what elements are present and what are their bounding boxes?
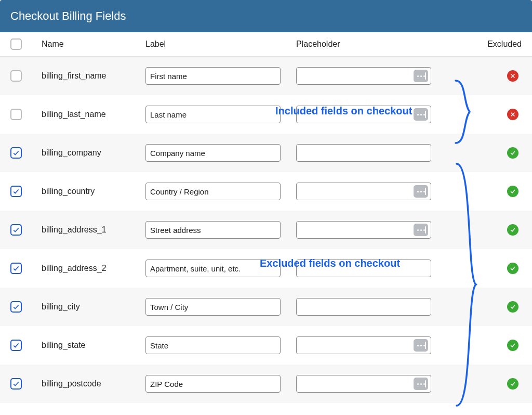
label-input[interactable] [145,298,281,316]
field-name: billing_first_name [42,71,145,81]
placeholder-cell [296,106,452,123]
label-input[interactable] [145,260,281,277]
label-cell [145,144,296,162]
table-body: billing_first_namebilling_last_namebilli… [0,57,532,403]
col-placeholder: Placeholder [296,40,452,49]
col-name: Name [42,40,145,49]
field-name: billing_last_name [42,110,145,119]
drag-handle-icon[interactable] [414,108,428,121]
drag-handle-icon[interactable] [414,339,428,352]
placeholder-cell [296,183,452,200]
excluded-cell [452,301,522,313]
row-checkbox-cell [10,147,42,159]
row-checkbox[interactable] [10,378,22,390]
label-cell [145,298,296,316]
table-header-row: Name Label Placeholder Excluded [0,32,532,57]
label-cell [145,221,296,239]
row-checkbox-cell [10,70,42,82]
col-label: Label [145,40,296,49]
placeholder-cell [296,144,452,162]
placeholder-cell [296,221,452,239]
label-cell [145,67,296,85]
col-checkbox [10,38,42,50]
excluded-cell [452,109,522,120]
row-checkbox-cell [10,378,42,390]
col-excluded: Excluded [452,40,522,49]
check-circle-icon[interactable] [507,301,518,313]
table-row: billing_city [0,288,532,326]
placeholder-input[interactable] [296,221,431,239]
label-input[interactable] [145,106,281,123]
placeholder-input[interactable] [296,336,431,354]
label-input[interactable] [145,144,281,162]
row-checkbox[interactable] [10,224,22,236]
label-input[interactable] [145,336,281,354]
x-circle-icon[interactable] [507,70,518,82]
table-row: billing_first_name [0,57,532,95]
row-checkbox-cell [10,340,42,351]
placeholder-cell [296,67,452,85]
label-input[interactable] [145,67,281,85]
excluded-cell [452,186,522,197]
row-checkbox-cell [10,224,42,236]
table-row: billing_state [0,326,532,365]
row-checkbox-cell [10,301,42,313]
placeholder-input[interactable] [296,144,431,162]
label-cell [145,260,296,277]
check-circle-icon[interactable] [507,340,518,351]
placeholder-input[interactable] [296,260,431,277]
row-checkbox[interactable] [10,109,22,120]
field-name: billing_postcode [42,379,145,388]
row-checkbox[interactable] [10,340,22,351]
placeholder-input[interactable] [296,106,431,123]
row-checkbox[interactable] [10,263,22,274]
check-circle-icon[interactable] [507,147,518,159]
placeholder-input[interactable] [296,67,431,85]
panel: Checkout Billing Fields Name Label Place… [0,0,532,403]
row-checkbox-cell [10,263,42,274]
check-circle-icon[interactable] [507,378,518,390]
check-circle-icon[interactable] [507,224,518,236]
label-input[interactable] [145,221,281,239]
row-checkbox[interactable] [10,301,22,313]
placeholder-input[interactable] [296,298,431,316]
excluded-cell [452,378,522,390]
table-row: billing_country [0,172,532,211]
table-row: billing_address_2 [0,249,532,288]
table-row: billing_company [0,134,532,172]
panel-title: Checkout Billing Fields [10,9,126,22]
label-cell [145,336,296,354]
check-circle-icon[interactable] [507,186,518,197]
placeholder-input[interactable] [296,183,431,200]
label-input[interactable] [145,183,281,200]
x-circle-icon[interactable] [507,109,518,120]
field-name: billing_company [42,148,145,158]
placeholder-cell [296,260,452,277]
placeholder-input[interactable] [296,375,431,393]
excluded-cell [452,263,522,274]
table-row: billing_last_name [0,95,532,134]
field-name: billing_address_2 [42,264,145,273]
label-cell [145,375,296,393]
drag-handle-icon[interactable] [414,185,428,198]
drag-handle-icon[interactable] [414,70,428,82]
row-checkbox-cell [10,109,42,120]
label-input[interactable] [145,375,281,393]
placeholder-cell [296,375,452,393]
table-row: billing_address_1 [0,211,532,249]
drag-handle-icon[interactable] [414,378,428,390]
row-checkbox[interactable] [10,147,22,159]
select-all-checkbox[interactable] [10,38,22,50]
excluded-cell [452,340,522,351]
excluded-cell [452,224,522,236]
fields-table: Name Label Placeholder Excluded billing_… [0,32,532,403]
row-checkbox-cell [10,186,42,197]
label-cell [145,183,296,200]
row-checkbox[interactable] [10,186,22,197]
excluded-cell [452,70,522,82]
row-checkbox[interactable] [10,70,22,82]
check-circle-icon[interactable] [507,263,518,274]
label-cell [145,106,296,123]
drag-handle-icon[interactable] [414,224,428,236]
field-name: billing_state [42,341,145,350]
